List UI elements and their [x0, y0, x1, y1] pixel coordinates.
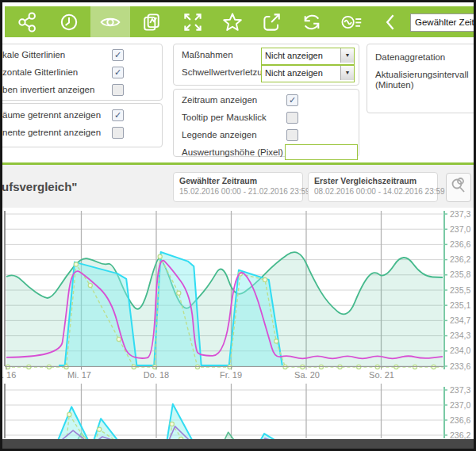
- checkbox[interactable]: ✓: [112, 67, 124, 78]
- checkbox[interactable]: [286, 112, 298, 124]
- selected-period-card[interactable]: Gewählter Zeitraum 15.02.2016 00:00 - 21…: [173, 172, 303, 202]
- svg-text:. 16: . 16: [2, 370, 16, 380]
- setting-row: Zeitraum anzeigen ✓: [174, 92, 359, 109]
- svg-text:237,0: 237,0: [450, 224, 470, 234]
- setting-row: Datenaggretation: [367, 49, 476, 67]
- setting-label: Legende anzeigen: [182, 130, 257, 140]
- setting-label: Datenaggretation: [375, 52, 445, 62]
- svg-text:237,3: 237,3: [450, 209, 470, 219]
- svg-text:234,0: 234,0: [450, 346, 470, 355]
- share-icon[interactable]: [8, 6, 48, 37]
- setting-label: Maßnahmen: [182, 50, 233, 59]
- setting-row: nente getrennt anzeigen: [0, 124, 162, 142]
- svg-text:Do. 18: Do. 18: [144, 370, 169, 380]
- setting-label: nente getrennt anzeigen: [2, 128, 101, 137]
- svg-text:236,2: 236,2: [450, 430, 470, 440]
- svg-text:237,0: 237,0: [450, 400, 470, 410]
- card-title: Gewählter Zeitraum: [179, 176, 257, 185]
- card-value: 15.02.2016 00:00 - 21.02.2016 23:59: [179, 187, 310, 196]
- display-settings-panel: äume getrennt anzeigen ✓ nente getrennt …: [0, 103, 163, 147]
- expand-icon[interactable]: [173, 6, 213, 37]
- chevron-down-icon[interactable]: ▼: [340, 66, 354, 80]
- svg-text:235,5: 235,5: [450, 285, 470, 295]
- setting-label: Zeitraum anzeigen: [182, 95, 257, 105]
- waveform-list-icon[interactable]: [332, 6, 371, 37]
- setting-label: Auswertungshöhe (Pixel): [182, 147, 283, 157]
- setting-row: Auswertungshöhe (Pixel): [174, 144, 359, 162]
- card-value: 08.02.2016 00:00 - 14.02.2016 23:59: [314, 187, 445, 196]
- chevron-left-icon[interactable]: [371, 6, 411, 37]
- svg-text:236,6: 236,6: [450, 415, 470, 425]
- setting-row: Schwellwertverletzungen Nicht anzeigen ▼: [174, 64, 359, 82]
- svg-text:Sa. 20: Sa. 20: [294, 370, 320, 380]
- checkbox[interactable]: ✓: [112, 49, 124, 61]
- checkbox[interactable]: ✓: [286, 94, 298, 106]
- comparison-period-card[interactable]: Erster Vergleichszeitraum 08.02.2016 00:…: [308, 172, 438, 202]
- zoom-lens-button[interactable]: [446, 173, 471, 202]
- checkbox[interactable]: ✓: [112, 109, 124, 121]
- toolbar-period-select[interactable]: Gewählter Zeitra: [410, 13, 476, 32]
- toolbar: Gewählter Zeitra: [5, 6, 476, 37]
- star-icon[interactable]: [213, 6, 252, 37]
- setting-label: zontale Gitterlinien: [2, 67, 78, 77]
- aggregation-panel: Datenaggretation Aktualisierungsinterval…: [367, 44, 476, 113]
- setting-label: äume getrennt anzeigen: [2, 110, 101, 120]
- dropdown-value: Nicht anzeigen: [265, 51, 323, 60]
- checkbox[interactable]: [286, 129, 298, 141]
- setting-label: Aktualisierungsintervall (Minuten): [375, 70, 469, 90]
- bottom-bar: [0, 439, 476, 449]
- svg-text:236,2: 236,2: [450, 254, 470, 264]
- svg-text:235,8: 235,8: [450, 269, 470, 279]
- checkbox[interactable]: [112, 127, 124, 139]
- svg-text:Fr. 19: Fr. 19: [220, 370, 242, 380]
- setting-row: zontale Gitterlinien ✓: [0, 64, 162, 82]
- setting-row: Aktualisierungsintervall (Minuten): [367, 67, 476, 94]
- svg-text:So. 21: So. 21: [369, 370, 394, 380]
- setting-row: kale Gitterlinien ✓: [0, 47, 162, 64]
- setting-row: Legende anzeigen: [174, 127, 359, 144]
- chart-pages-icon[interactable]: [132, 6, 171, 37]
- measures-panel: Maßnahmen Nicht anzeigen ▼ Schwellwertve…: [173, 44, 359, 86]
- svg-text:236,6: 236,6: [450, 239, 470, 249]
- threshold-dropdown[interactable]: Nicht anzeigen ▼: [261, 65, 355, 82]
- setting-label: kale Gitterlinien: [2, 50, 65, 59]
- svg-text:237,3: 237,3: [450, 385, 470, 395]
- evaluation-height-input[interactable]: [285, 144, 358, 160]
- lens-icon: [447, 174, 470, 201]
- setting-label: ben invertiert anzeigen: [2, 85, 94, 94]
- setting-row: äume getrennt anzeigen ✓: [0, 107, 162, 124]
- history-icon[interactable]: [49, 6, 89, 37]
- svg-text:233,6: 233,6: [450, 361, 470, 371]
- svg-text:235,1: 235,1: [450, 300, 470, 310]
- svg-text:Mi. 17: Mi. 17: [67, 370, 91, 380]
- svg-text:234,7: 234,7: [450, 315, 470, 325]
- measures-dropdown[interactable]: Nicht anzeigen ▼: [261, 48, 355, 65]
- refresh-icon[interactable]: [292, 6, 332, 37]
- export-icon[interactable]: [252, 6, 292, 37]
- card-title: Erster Vergleichszeitraum: [314, 176, 416, 185]
- setting-row: ben invertiert anzeigen: [0, 82, 162, 99]
- checkbox[interactable]: [112, 84, 124, 96]
- grid-settings-panel: kale Gitterlinien ✓ zontale Gitterlinien…: [0, 44, 163, 101]
- app-window: Gewählter Zeitra kale Gitterlinien ✓ zon…: [0, 0, 476, 451]
- setting-row: Tooltip per Mausklick: [174, 109, 359, 127]
- chart-options-panel: Zeitraum anzeigen ✓ Tooltip per Mausklic…: [173, 89, 359, 157]
- page-title: ufsvergleich": [2, 180, 77, 193]
- chart-header: ufsvergleich" Gewählter Zeitraum 15.02.2…: [0, 165, 476, 208]
- svg-text:234,3: 234,3: [450, 331, 470, 340]
- setting-row: Maßnahmen Nicht anzeigen ▼: [174, 47, 359, 64]
- eye-icon[interactable]: [90, 6, 130, 37]
- dropdown-value: Nicht anzeigen: [265, 68, 323, 78]
- chevron-down-icon[interactable]: ▼: [340, 48, 354, 63]
- setting-label: Tooltip per Mausklick: [182, 113, 267, 122]
